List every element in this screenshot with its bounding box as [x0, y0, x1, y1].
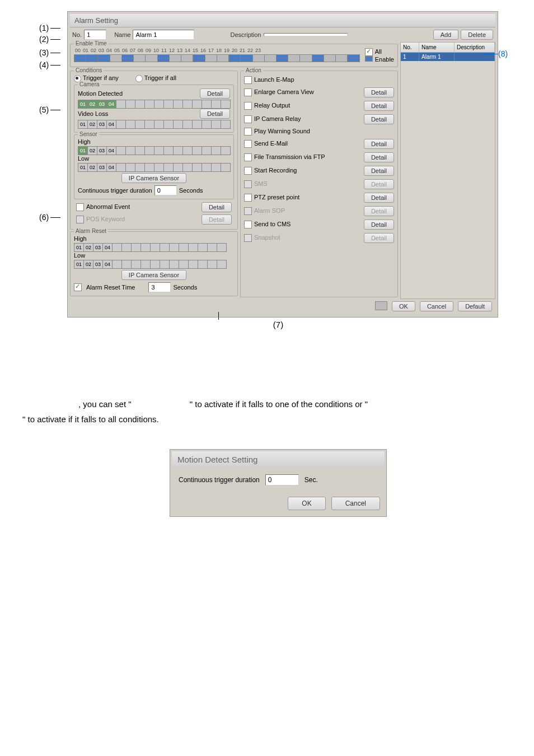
- trigger-all-radio[interactable]: [135, 75, 143, 82]
- conditions-label: Conditions: [74, 67, 104, 73]
- cam-cell[interactable]: 01: [74, 260, 84, 269]
- enlarge-detail-button[interactable]: Detail: [364, 87, 394, 97]
- play-sound-label: Play Warning Sound: [254, 128, 310, 134]
- reset-time-input[interactable]: 3: [148, 282, 171, 292]
- desc-input[interactable]: [264, 33, 348, 36]
- cam-cell[interactable]: 01: [74, 243, 84, 252]
- hour-label: 02: [90, 48, 97, 53]
- motion-ok-button[interactable]: OK: [288, 497, 325, 510]
- cam-cell[interactable]: 03: [97, 120, 107, 129]
- send-email-checkbox[interactable]: [244, 140, 252, 148]
- sensor-low-row[interactable]: 01020304: [78, 163, 230, 171]
- motion-detected-label: Motion Detected: [78, 90, 123, 97]
- cam-cell[interactable]: 04: [106, 163, 116, 172]
- delete-button[interactable]: Delete: [461, 30, 493, 40]
- cam-cell[interactable]: 02: [87, 146, 97, 155]
- cam-cell[interactable]: 02: [87, 163, 97, 172]
- header-name[interactable]: Name: [419, 43, 455, 52]
- continuous-input[interactable]: 0: [154, 185, 177, 195]
- ptz-detail-button[interactable]: Detail: [364, 193, 394, 203]
- cam-cell[interactable]: 04: [102, 260, 113, 269]
- cam-cell[interactable]: 01: [78, 100, 88, 109]
- sensor-label: Sensor: [78, 131, 99, 137]
- hour-labels: 0001020304050607080910111213141516171819…: [74, 48, 359, 53]
- cam-cell[interactable]: 04: [102, 243, 113, 252]
- ip-relay-checkbox[interactable]: [244, 115, 252, 123]
- abnormal-detail-button[interactable]: Detail: [202, 202, 232, 212]
- start-rec-checkbox[interactable]: [244, 167, 252, 175]
- reset-ip-sensor-button[interactable]: IP Camera Sensor: [121, 270, 186, 280]
- ftp-checkbox[interactable]: [244, 153, 252, 161]
- cam-cell[interactable]: 03: [93, 260, 103, 269]
- cam-cell[interactable]: 03: [97, 146, 107, 155]
- reset-time-checkbox[interactable]: [74, 283, 82, 291]
- cam-cell[interactable]: 02: [87, 100, 97, 109]
- relay-detail-button[interactable]: Detail: [364, 101, 394, 111]
- annotation-4: (4): [39, 60, 49, 69]
- motion-cam-row[interactable]: 01020304: [78, 100, 230, 108]
- abnormal-checkbox[interactable]: [76, 203, 84, 211]
- motion-cancel-button[interactable]: Cancel: [331, 497, 380, 510]
- sensor-high-label: High: [78, 138, 230, 145]
- cam-cell[interactable]: 01: [78, 163, 88, 172]
- ok-button[interactable]: OK: [392, 301, 415, 311]
- action-label: Action: [244, 67, 263, 73]
- relay-checkbox[interactable]: [244, 102, 252, 110]
- text-fragment: " to activate if it falls to all conditi…: [22, 414, 159, 424]
- ptz-checkbox[interactable]: [244, 194, 252, 202]
- videoloss-cam-row[interactable]: 01020304: [78, 120, 230, 128]
- cms-detail-button[interactable]: Detail: [364, 220, 394, 230]
- snapshot-checkbox: [244, 234, 252, 242]
- ftp-label: File Transmission via FTP: [254, 153, 325, 160]
- videoloss-detail-button[interactable]: Detail: [200, 109, 230, 119]
- cam-cell[interactable]: 04: [106, 120, 116, 129]
- cms-checkbox[interactable]: [244, 221, 252, 228]
- cam-cell[interactable]: 02: [83, 243, 93, 252]
- enlarge-checkbox[interactable]: [244, 88, 252, 96]
- cam-cell[interactable]: 02: [83, 260, 93, 269]
- cam-cell[interactable]: 03: [93, 243, 103, 252]
- reset-low-row[interactable]: 01020304: [74, 260, 234, 268]
- ip-camera-sensor-button[interactable]: IP Camera Sensor: [121, 173, 186, 183]
- name-input[interactable]: Alarm 1: [133, 30, 194, 40]
- hour-label: 17: [207, 48, 215, 53]
- add-button[interactable]: Add: [433, 30, 459, 40]
- cam-cell[interactable]: 03: [97, 163, 107, 172]
- motion-detect-dialog: Motion Detect Setting Continuous trigger…: [170, 449, 387, 517]
- cam-cell[interactable]: 03: [97, 100, 107, 109]
- annotation-1: (1): [39, 24, 49, 32]
- play-sound-checkbox[interactable]: [244, 128, 252, 136]
- no-input[interactable]: 1: [84, 30, 106, 40]
- reset-high-row[interactable]: 01020304: [74, 243, 234, 251]
- annotation-line-6: [50, 217, 60, 218]
- hour-label: 15: [191, 48, 199, 53]
- default-button[interactable]: Default: [458, 301, 492, 311]
- cam-cell[interactable]: 04: [106, 100, 116, 109]
- sms-detail-button: Detail: [364, 179, 394, 189]
- sensor-high-row[interactable]: 01020304: [78, 146, 230, 154]
- cam-cell[interactable]: 04: [106, 146, 116, 155]
- all-checkbox[interactable]: [365, 48, 373, 56]
- rec-detail-button[interactable]: Detail: [364, 166, 394, 176]
- launch-emap-checkbox[interactable]: [244, 76, 252, 84]
- text-fragment: " to activate if it falls to one of the …: [190, 399, 368, 409]
- cam-cell[interactable]: 01: [78, 120, 88, 129]
- header-no[interactable]: No.: [401, 43, 419, 52]
- cam-cell[interactable]: 01: [78, 146, 88, 155]
- enable-timebar[interactable]: [74, 54, 359, 62]
- trigger-all-label: Trigger if all: [144, 74, 176, 81]
- keyboard-icon[interactable]: [375, 301, 387, 310]
- motion-duration-input[interactable]: 0: [265, 474, 299, 486]
- trigger-any-label: Trigger if any: [83, 74, 119, 81]
- action-fieldset: Action Launch E-Map Enlarge Camera ViewD…: [240, 71, 398, 297]
- ftp-detail-button[interactable]: Detail: [364, 152, 394, 162]
- enable-time-fieldset: Enable Time 0001020304050607080910111213…: [70, 44, 398, 67]
- motion-detail-button[interactable]: Detail: [200, 88, 230, 99]
- header-desc[interactable]: Description: [455, 43, 495, 52]
- abnormal-label: Abnormal Event: [86, 203, 130, 210]
- ip-relay-detail-button[interactable]: Detail: [364, 114, 394, 124]
- alarm-table-row[interactable]: 1 Alarm 1: [401, 53, 495, 61]
- cancel-button[interactable]: Cancel: [420, 301, 453, 311]
- email-detail-button[interactable]: Detail: [364, 139, 394, 149]
- cam-cell[interactable]: 02: [87, 120, 97, 129]
